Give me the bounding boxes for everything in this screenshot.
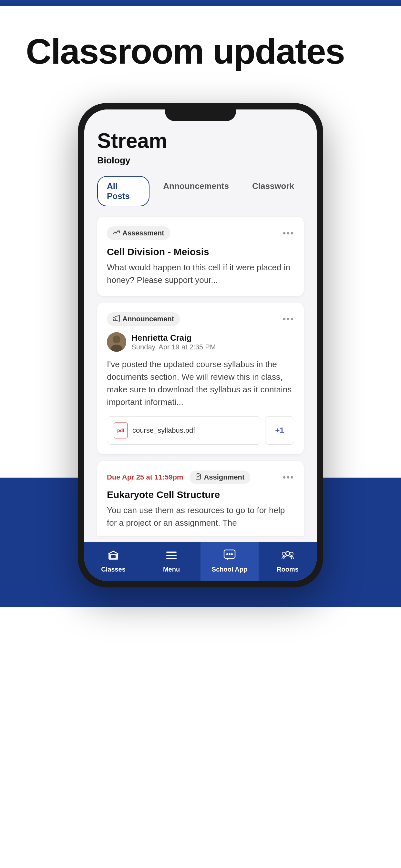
assessment-badge: Assessment (107, 226, 170, 240)
stream-subtitle: Biology (97, 155, 304, 166)
assessment-title: Cell Division - Meiosis (107, 246, 294, 257)
announcement-badge: Announcement (107, 312, 180, 326)
pdf-icon: pdf (114, 423, 128, 438)
classes-icon (107, 549, 120, 563)
avatar-image (107, 332, 126, 352)
assessment-card-header: Assessment ••• (107, 226, 294, 240)
due-row: Due Apr 25 at 11:59pm Assignment (107, 470, 294, 484)
announcement-card-header: Announcement ••• (107, 312, 294, 326)
announcement-icon (113, 315, 120, 323)
author-name: Henrietta Craig (131, 333, 216, 343)
svg-point-1 (113, 336, 120, 343)
nav-school-app[interactable]: School App (201, 542, 258, 581)
svg-point-17 (290, 552, 293, 555)
stream-title: Stream (97, 129, 304, 153)
svg-rect-8 (166, 552, 177, 553)
assessment-body: What would happen to this cell if it wer… (107, 261, 294, 286)
tab-all-posts[interactable]: All Posts (97, 176, 150, 206)
plus-more-button[interactable]: +1 (265, 416, 294, 445)
svg-rect-10 (166, 558, 177, 559)
avatar (107, 332, 126, 352)
announcement-more-button[interactable]: ••• (283, 314, 294, 324)
author-info: Henrietta Craig Sunday, Apr 19 at 2:35 P… (131, 333, 216, 351)
tab-classwork[interactable]: Classwork (243, 176, 304, 206)
assessment-icon (113, 229, 120, 237)
hero-title: Classroom updates (26, 32, 375, 71)
announcement-body: I've posted the updated course syllabus … (107, 358, 294, 408)
svg-point-13 (228, 553, 230, 555)
school-app-label: School App (212, 566, 247, 573)
author-date: Sunday, Apr 19 at 2:35 PM (131, 343, 216, 351)
hero-section: Classroom updates (0, 6, 401, 90)
attachment-row: pdf course_syllabus.pdf +1 (107, 416, 294, 445)
svg-point-16 (282, 552, 285, 555)
svg-rect-5 (111, 555, 116, 558)
menu-label: Menu (163, 566, 180, 573)
rooms-label: Rooms (277, 566, 299, 573)
assignment-more-button[interactable]: ••• (283, 472, 294, 483)
pdf-attachment[interactable]: pdf course_syllabus.pdf (107, 416, 261, 445)
tab-announcements[interactable]: Announcements (153, 176, 239, 206)
svg-point-15 (286, 552, 289, 555)
svg-point-12 (226, 553, 228, 555)
author-row: Henrietta Craig Sunday, Apr 19 at 2:35 P… (107, 332, 294, 352)
rooms-icon (281, 549, 294, 563)
phone-area: Stream Biology All Posts Announcements C… (0, 90, 401, 607)
classes-label: Classes (101, 566, 126, 573)
school-app-icon (223, 549, 236, 563)
assessment-card[interactable]: Assessment ••• Cell Division - Meiosis W… (97, 217, 304, 296)
bottom-nav: Classes Menu (84, 542, 317, 581)
pdf-filename: course_syllabus.pdf (132, 426, 195, 435)
announcement-card[interactable]: Announcement ••• (97, 303, 304, 454)
phone-notch (165, 110, 236, 121)
nav-rooms[interactable]: Rooms (258, 542, 317, 581)
assignment-badge: Assignment (189, 470, 250, 484)
tabs-row: All Posts Announcements Classwork (97, 176, 304, 206)
assignment-icon (195, 473, 201, 482)
stream-header: Stream Biology (97, 129, 304, 166)
svg-rect-9 (166, 555, 177, 556)
assignment-body: You can use them as resources to go to f… (107, 504, 294, 529)
svg-point-14 (231, 553, 233, 555)
assignment-title: Eukaryote Cell Structure (107, 489, 294, 500)
assessment-more-button[interactable]: ••• (283, 228, 294, 238)
top-status-bar (0, 0, 401, 6)
phone-frame: Stream Biology All Posts Announcements C… (78, 103, 323, 587)
nav-menu[interactable]: Menu (143, 542, 201, 581)
nav-classes[interactable]: Classes (84, 542, 143, 581)
assignment-card[interactable]: Due Apr 25 at 11:59pm Assignment (97, 461, 304, 536)
screen-content: Stream Biology All Posts Announcements C… (84, 110, 317, 536)
menu-icon (166, 550, 177, 563)
phone-screen: Stream Biology All Posts Announcements C… (84, 110, 317, 581)
due-label: Due Apr 25 at 11:59pm (107, 473, 183, 482)
